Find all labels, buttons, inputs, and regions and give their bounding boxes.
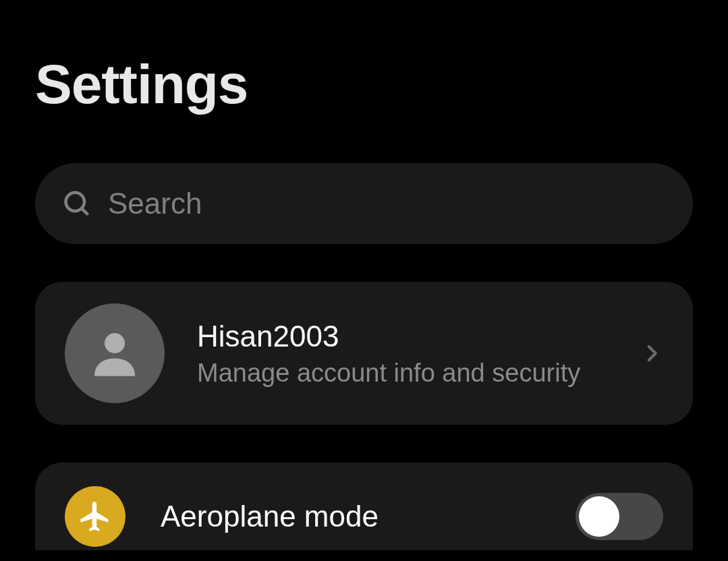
setting-row-aeroplane[interactable]: Aeroplane mode (35, 463, 693, 550)
account-subtitle: Manage account info and security (197, 359, 640, 388)
avatar (65, 303, 165, 403)
setting-label: Aeroplane mode (161, 500, 576, 533)
account-name: Hisan2003 (197, 320, 640, 353)
toggle-knob (579, 496, 619, 537)
account-text: Hisan2003 Manage account info and securi… (197, 320, 640, 388)
page-title: Settings (35, 0, 693, 163)
search-input[interactable] (108, 187, 666, 220)
chevron-right-icon (640, 342, 663, 365)
svg-line-1 (82, 208, 88, 214)
svg-point-2 (105, 333, 125, 353)
airplane-icon (65, 486, 125, 547)
svg-point-0 (66, 193, 85, 212)
search-icon (62, 189, 92, 218)
account-card[interactable]: Hisan2003 Manage account info and securi… (35, 282, 693, 425)
search-bar[interactable] (35, 163, 693, 244)
aeroplane-toggle[interactable] (576, 493, 663, 540)
